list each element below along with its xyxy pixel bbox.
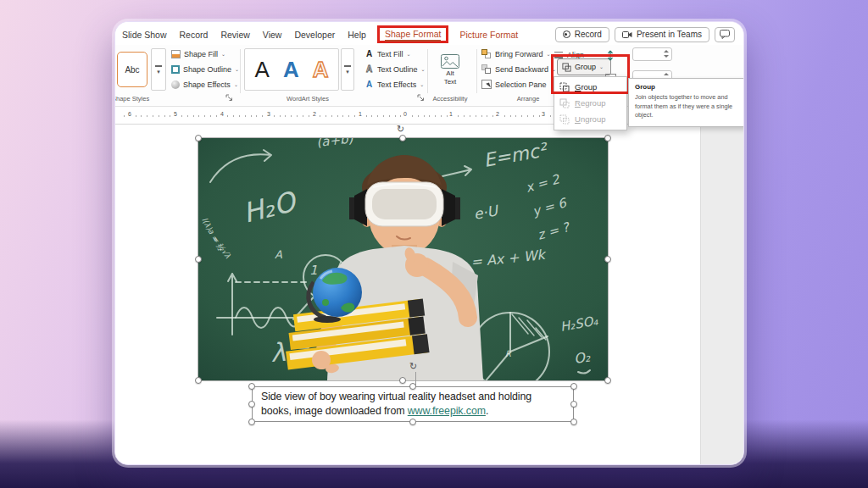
resize-handle[interactable]	[409, 419, 416, 425]
text-outline-label: Text Outline	[377, 65, 418, 74]
shape-outline-button[interactable]: Shape Outline ⌄	[171, 63, 239, 75]
text-effects-label: Text Effects	[377, 80, 416, 89]
shape-height-field[interactable]	[632, 47, 672, 61]
resize-handle[interactable]	[604, 256, 611, 263]
record-button-label: Record	[575, 30, 602, 39]
text-effects-button[interactable]: A Text Effects ⌄	[364, 78, 424, 91]
resize-handle[interactable]	[604, 377, 611, 384]
text-fill-button[interactable]: A Text Fill ⌄	[364, 47, 411, 60]
powerpoint-window: Slide Show Record Review View Developer …	[114, 21, 744, 465]
shape-outline-label: Shape Outline	[183, 65, 231, 74]
chevron-down-icon: ⌄	[420, 82, 424, 87]
ruler-number: 2	[494, 111, 501, 117]
resize-handle[interactable]	[570, 419, 577, 425]
menu-item-group-label: Group	[575, 82, 597, 92]
ruler-number: 0	[402, 111, 409, 117]
wordart-style-plain[interactable]: A	[255, 57, 270, 83]
shape-fill-label: Shape Fill	[184, 50, 218, 58]
image-rotate-handle[interactable]: ↻	[397, 125, 404, 134]
resize-handle[interactable]	[570, 401, 577, 408]
resize-handle[interactable]	[195, 377, 202, 384]
resize-handle[interactable]	[570, 383, 577, 390]
bring-forward-button[interactable]: Bring Forward ⌄	[481, 47, 551, 60]
chevron-down-icon: ⌄	[547, 52, 551, 57]
text-outline-button[interactable]: A Text Outline ⌄	[364, 63, 426, 75]
chevron-down-icon: ⌄	[599, 64, 604, 69]
caption-line-2: books, image downloaded from www.freepik…	[261, 404, 568, 419]
menu-item-group[interactable]: Group	[554, 79, 626, 95]
send-backward-button[interactable]: Send Backward ⌄	[481, 63, 556, 75]
resize-handle[interactable]	[195, 256, 202, 263]
globe	[313, 268, 362, 317]
tab-slide-show[interactable]: Slide Show	[122, 30, 167, 40]
resize-handle[interactable]	[399, 135, 406, 141]
comment-icon	[720, 30, 730, 39]
ribbon-tab-bar: Slide Show Record Review View Developer …	[115, 22, 743, 45]
chevron-down-icon: ▾	[346, 69, 349, 75]
wordart-style-blue[interactable]: A	[283, 57, 299, 83]
group-button[interactable]: Group ⌄	[557, 58, 611, 75]
resize-handle[interactable]	[248, 401, 255, 408]
spinner-arrows[interactable]	[664, 50, 669, 58]
resize-handle[interactable]	[248, 419, 255, 425]
dialog-launcher-icon[interactable]	[225, 94, 233, 102]
group-tooltip: Group Join objects together to move and …	[628, 78, 744, 127]
ruler-number: 6	[126, 111, 133, 117]
text-fill-icon: A	[364, 49, 374, 58]
wordart-gallery[interactable]: A A A	[244, 48, 339, 91]
shape-fill-button[interactable]: Shape Fill ⌄	[171, 47, 225, 60]
chevron-down-icon: ⌄	[221, 52, 225, 57]
chevron-down-icon: ▾	[157, 69, 160, 75]
group-separator	[427, 49, 428, 93]
dialog-launcher-icon[interactable]	[417, 94, 425, 102]
bring-forward-label: Bring Forward	[495, 50, 543, 58]
ruler-number: 2	[311, 111, 318, 117]
resize-handle[interactable]	[604, 135, 611, 141]
resize-handle[interactable]	[409, 383, 416, 390]
height-icon	[607, 50, 615, 61]
present-button-label: Present in Teams	[637, 30, 702, 39]
caption-text-box[interactable]: Side view of boy wearing virtual reality…	[252, 386, 574, 422]
tab-shape-format[interactable]: Shape Format	[385, 29, 442, 42]
tooltip-title: Group	[635, 83, 738, 91]
chalk-r: R	[505, 349, 512, 358]
freepik-link[interactable]: www.freepik.com	[408, 405, 486, 417]
chalk-one: 1	[309, 263, 318, 278]
record-button[interactable]: Record	[555, 27, 609, 42]
gallery-bar-icon	[155, 65, 162, 67]
selection-pane-label: Selection Pane	[495, 80, 547, 89]
shape-style-preset[interactable]: Abc	[117, 52, 147, 87]
caption-rotate-handle[interactable]: ↻	[409, 362, 417, 371]
comments-button[interactable]	[715, 27, 735, 42]
chevron-down-icon: ⌄	[234, 82, 238, 87]
wordart-gallery-button[interactable]: ▾	[341, 48, 354, 91]
selection-pane-button[interactable]: Selection Pane	[481, 78, 547, 91]
text-outline-icon: A	[364, 64, 374, 74]
tab-record[interactable]: Record	[180, 30, 209, 40]
tab-help[interactable]: Help	[348, 30, 366, 40]
group-separator	[476, 49, 477, 93]
tab-developer[interactable]: Developer	[294, 30, 335, 40]
camera-icon	[622, 30, 632, 39]
align-label: Align	[567, 51, 584, 59]
tab-view[interactable]: View	[263, 30, 282, 40]
arrange-group-label: Arrange	[501, 95, 555, 103]
annotation-box-shape-format: Shape Format	[377, 25, 449, 43]
resize-handle[interactable]	[195, 135, 202, 141]
resize-handle[interactable]	[399, 377, 406, 384]
slide-image[interactable]: (a+b) E=mc² H₂O CO₂ l(λ)a = ½ = ½√λ A B …	[198, 138, 608, 380]
tab-review[interactable]: Review	[220, 30, 249, 40]
wordart-style-outline[interactable]: A	[313, 57, 329, 83]
resize-handle[interactable]	[248, 383, 255, 390]
shape-effects-button[interactable]: Shape Effects ⌄	[171, 78, 238, 91]
send-backward-icon	[481, 64, 492, 75]
ruler-number: 4	[219, 111, 225, 117]
menu-item-ungroup[interactable]: Ungroup	[554, 111, 626, 127]
alt-text-button[interactable]: Alt Text	[431, 47, 470, 92]
shape-styles-gallery-button[interactable]: ▾	[151, 48, 166, 91]
tab-picture-format[interactable]: Picture Format	[459, 30, 518, 40]
ruler-number: 5	[172, 111, 179, 117]
menu-item-regroup[interactable]: Regroup	[554, 95, 626, 111]
tooltip-body: Join objects together to move and format…	[635, 93, 738, 120]
present-in-teams-button[interactable]: Present in Teams	[615, 27, 709, 42]
